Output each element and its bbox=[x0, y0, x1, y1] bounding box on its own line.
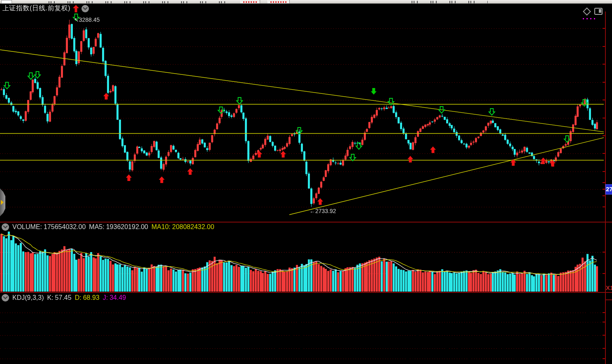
chart-header: 上证指数(日线.前复权) bbox=[2, 4, 89, 13]
high-price-label: ↖3288.45 bbox=[74, 16, 100, 23]
top-menubar[interactable] bbox=[0, 0, 612, 4]
expand-triangle-icon bbox=[1, 200, 4, 205]
menu-items-cutoff bbox=[49, 1, 234, 3]
volume-value: 175654032.00 bbox=[44, 223, 86, 231]
chevron-down-icon bbox=[3, 225, 8, 229]
split-window-icon-fill bbox=[599, 9, 601, 13]
kdj-j-label: J: bbox=[103, 294, 108, 301]
chevron-down-icon bbox=[3, 296, 8, 299]
collapse-volume-pane-button[interactable] bbox=[2, 223, 9, 231]
volume-ma10-label: MA10: bbox=[151, 223, 170, 231]
trading-app-window: { "chart_header": { "title": "上证指数(日线.前复… bbox=[0, 0, 612, 364]
magenta-dots-marker bbox=[583, 18, 595, 19]
volume-pane-header: VOLUME: 175654032.00 MA5: 193620192.00 M… bbox=[0, 223, 214, 231]
chart-canvas[interactable] bbox=[0, 0, 612, 364]
kdj-k-label: K: bbox=[47, 294, 53, 301]
kdj-j-value: 34.49 bbox=[109, 294, 126, 301]
volume-ma5-value: 193620192.00 bbox=[106, 223, 148, 231]
kdj-d-value: 68.93 bbox=[83, 294, 100, 301]
kdj-d-label: D: bbox=[75, 294, 81, 301]
volume-ma5-label: MA5: bbox=[89, 223, 104, 231]
kdj-k-value: 57.45 bbox=[55, 294, 72, 301]
chart-title: 上证指数(日线.前复权) bbox=[2, 4, 70, 13]
collapse-main-pane-button[interactable] bbox=[81, 5, 89, 12]
collapse-kdj-pane-button[interactable] bbox=[2, 294, 9, 301]
kdj-label: KDJ(9,3,3) bbox=[12, 294, 44, 301]
volume-label: VOLUME: bbox=[12, 223, 42, 231]
low-price-label: ←2733.92 bbox=[309, 208, 336, 214]
red-up-arrow-icon bbox=[73, 5, 79, 12]
axis-price-tag: 27 bbox=[605, 184, 612, 195]
menubar-button-2[interactable] bbox=[268, 0, 290, 3]
x-zoom-indicator: X1 bbox=[606, 284, 612, 291]
app-icon bbox=[1, 0, 12, 4]
menubar-button-2-label bbox=[270, 1, 287, 3]
menubar-button-1-label bbox=[243, 1, 257, 3]
volume-ma10-value: 208082432.00 bbox=[172, 223, 214, 231]
chevron-down-icon bbox=[83, 7, 88, 10]
menubar-button-1[interactable] bbox=[240, 0, 260, 3]
kdj-pane-header: KDJ(9,3,3) K: 57.45 D: 68.93 J: 34.49 bbox=[0, 294, 126, 301]
menu-items-cutoff-right bbox=[412, 1, 488, 3]
split-window-icon[interactable] bbox=[594, 8, 603, 15]
